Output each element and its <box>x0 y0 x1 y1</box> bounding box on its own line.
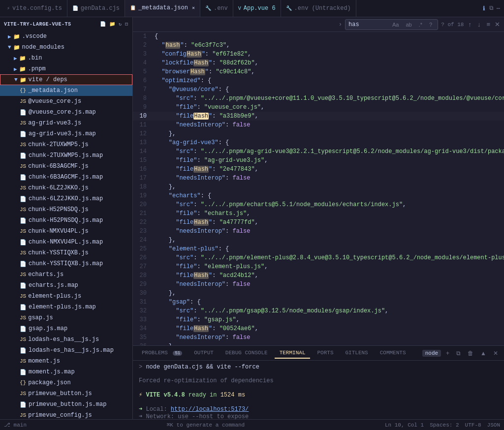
sidebar-item-primevue-btn-map[interactable]: 📄 primevue_button.js.map <box>0 399 132 410</box>
line-num-35: 35 <box>133 333 153 342</box>
tab-debug[interactable]: DEBUG CONSOLE <box>220 348 273 359</box>
sidebar-item-vscode[interactable]: ▶ 📁 .vscode <box>0 31 132 42</box>
code-line-13: 13 "ag-grid-vue3": { <box>133 138 504 147</box>
sidebar-item-vueuse-core-map[interactable]: 📄 @vueuse_core.js.map <box>0 107 132 118</box>
new-file-icon[interactable]: 📄 <box>100 21 106 27</box>
tab-gitlens[interactable]: GITLENS <box>341 348 373 359</box>
map-icon10: 📄 <box>20 304 27 310</box>
line-num-28: 28 <box>133 271 153 280</box>
tab-label-vite: vite.config.ts <box>12 5 62 12</box>
sidebar-item-gsap-map[interactable]: 📄 gsap.js.map <box>0 323 132 334</box>
sidebar-item-vueuse-core[interactable]: JS @vueuse_core.js <box>0 96 132 107</box>
collapse-icon[interactable]: ⊟ <box>125 21 128 27</box>
refresh-icon[interactable]: ↻ <box>119 21 122 27</box>
tab-vite-config[interactable]: ⚡ vite.config.ts <box>2 0 67 17</box>
sidebar-item-chunk-2tux[interactable]: JS chunk-2TUXWMP5.js <box>0 139 132 150</box>
sidebar-item-package-json[interactable]: {} package.json <box>0 377 132 388</box>
tab-env-untracked[interactable]: 🔧 .env (Untracked) <box>281 0 356 17</box>
line-num-3: 3 <box>133 50 153 59</box>
more-icon[interactable]: ⋯ <box>497 5 500 12</box>
node-label: node <box>422 350 441 357</box>
sidebar-item-lodash-has[interactable]: JS lodash-es_has__js.js <box>0 334 132 345</box>
sidebar-item-chunk-nmxv-map[interactable]: 📄 chunk-NMXVU4PL.js.map <box>0 237 132 247</box>
maximize-panel-btn[interactable]: ▲ <box>478 349 488 358</box>
sidebar-item-chunk-6lz2-map[interactable]: 📄 chunk-6LZ2JKKO.js.map <box>0 193 132 204</box>
tab-close-metadata[interactable]: ✕ <box>192 5 195 11</box>
terminal-line-vite: ⚡ VITE v5.4.8 ready in 1524 ms <box>139 391 498 399</box>
sidebar-item-chunk-ysst[interactable]: JS chunk-YSSTIQXB.js <box>0 247 132 258</box>
match-case-btn[interactable]: Aa <box>390 21 401 29</box>
search-options: Aa ab .* ? <box>390 21 435 29</box>
code-line-34: 34 "fileHash": "00524ae6", <box>133 324 504 333</box>
sidebar-item-vite-deps[interactable]: ▼ 📁 vite / deps <box>0 74 132 85</box>
split-terminal-btn[interactable]: ⧉ <box>454 349 463 358</box>
sidebar-item-element-plus-map[interactable]: 📄 element-plus.js.map <box>0 302 132 312</box>
sidebar-item-primevue-cfg[interactable]: JS primevue_config.js <box>0 410 132 419</box>
gsap-map-label: gsap.js.map <box>29 325 67 332</box>
sidebar-item-chunk-6b3a[interactable]: JS chunk-6B3AGCMF.js <box>0 161 132 172</box>
tab-metadata[interactable]: 📋 _metadata.json ✕ <box>125 0 200 17</box>
terminal-ms: 1524 ms <box>220 392 245 399</box>
search-next-btn[interactable]: ↓ <box>476 21 482 28</box>
line-num-27: 27 <box>133 262 153 271</box>
js-icon8: JS <box>20 250 26 256</box>
new-terminal-btn[interactable]: + <box>444 349 451 358</box>
sidebar-item-metadata-json[interactable]: {} _metadata.json <box>0 85 132 96</box>
sidebar-item-moment-map[interactable]: 📄 moment.js.map <box>0 367 132 377</box>
code-editor[interactable]: 1 { 2 "hash": "e6c3f7c3", 3 "configHash"… <box>133 32 504 345</box>
sidebar-item-primevue-btn[interactable]: JS primevue_button.js <box>0 388 132 399</box>
tab-problems[interactable]: PROBLEMS 51 <box>137 348 187 359</box>
line-content-29: "needsInterop": false <box>153 280 504 289</box>
line-content-16: "fileHash": "2e477843", <box>153 165 504 174</box>
tab-appvue[interactable]: V App.vue 6 <box>233 0 281 17</box>
search-prev-btn[interactable]: ↑ <box>467 21 473 28</box>
sidebar-item-bin[interactable]: ▶ 📁 .bin <box>0 53 132 63</box>
sidebar-item-lodash-has-map[interactable]: 📄 lodash-es_has__js.js.map <box>0 345 132 356</box>
sidebar-item-moment[interactable]: JS moment.js <box>0 356 132 367</box>
terminal-url[interactable]: http://localhost:5173/ <box>171 406 249 413</box>
code-line-1: 1 { <box>133 32 504 41</box>
new-folder-icon[interactable]: 📁 <box>109 21 116 27</box>
tab-comments[interactable]: COMMENTS <box>375 348 411 359</box>
sidebar-item-chunk-6lz2[interactable]: JS chunk-6LZ2JKKO.js <box>0 183 132 193</box>
search-more-btn[interactable]: ≡ <box>485 21 492 28</box>
search-scope-btn[interactable]: ? <box>427 21 435 29</box>
vitedeps-label: vite / deps <box>29 76 67 83</box>
status-bar: ⎇ main ⌘K to generate a command Ln 10, C… <box>0 419 504 430</box>
terminal-content[interactable]: > node genData.cjs && vite --force Force… <box>133 361 504 419</box>
sidebar-item-gsap[interactable]: JS gsap.js <box>0 312 132 323</box>
close-panel-btn[interactable]: ✕ <box>491 349 500 358</box>
sidebar-item-ag-grid-vue3[interactable]: JS ag-grid-vue3.js <box>0 118 132 128</box>
sidebar-item-echarts[interactable]: JS echarts.js <box>0 269 132 280</box>
sidebar-item-pnpm[interactable]: ▶ 📁 .pnpm <box>0 63 132 74</box>
sidebar-item-chunk-6b3a-map[interactable]: 📄 chunk-6B3AGCMF.js.map <box>0 172 132 183</box>
line-content-27: "file": "element-plus.js", <box>153 262 504 271</box>
sidebar-item-element-plus[interactable]: JS element-plus.js <box>0 291 132 302</box>
chunk-ysst-label: chunk-YSSTIQXB.js <box>28 249 88 256</box>
line-content-22: "fileHash": "a47777fd", <box>153 218 504 227</box>
problems-badge: 51 <box>173 351 182 356</box>
sidebar-item-chunk-h52p-map[interactable]: 📄 chunk-H52PNSDQ.js.map <box>0 215 132 226</box>
tab-gendata[interactable]: 📄 genData.cjs <box>67 0 125 17</box>
sidebar-item-chunk-2tux-map[interactable]: 📄 chunk-2TUXWMP5.js.map <box>0 150 132 161</box>
sidebar-item-chunk-ysst-map[interactable]: 📄 chunk-YSSTIQXB.js.map <box>0 258 132 269</box>
tab-label-env: .env <box>214 5 228 12</box>
line-num-13: 13 <box>133 138 153 147</box>
kill-terminal-btn[interactable]: 🗑 <box>466 349 475 358</box>
sidebar-item-chunk-h52p[interactable]: JS chunk-H52PNSDQ.js <box>0 204 132 215</box>
code-line-3: 3 "configHash": "ef671e82", <box>133 50 504 59</box>
sidebar-item-chunk-nmxv[interactable]: JS chunk-NMXVU4PL.js <box>0 226 132 237</box>
sidebar-item-ag-grid-map[interactable]: 📄 ag-grid-vue3.js.map <box>0 128 132 139</box>
tab-env[interactable]: 🔧 .env <box>200 0 233 17</box>
search-close-btn[interactable]: ✕ <box>495 21 500 28</box>
search-input[interactable] <box>348 21 388 28</box>
panel-tabs: PROBLEMS 51 OUTPUT DEBUG CONSOLE TERMINA… <box>133 346 504 361</box>
tab-output[interactable]: OUTPUT <box>189 348 219 359</box>
split-editor-icon[interactable]: ⧉ <box>489 5 494 12</box>
regex-btn[interactable]: .* <box>416 21 425 29</box>
sidebar-item-node-modules[interactable]: ▼ 📁 node_modules <box>0 42 132 53</box>
whole-word-btn[interactable]: ab <box>403 21 414 29</box>
tab-ports[interactable]: PORTS <box>312 348 338 359</box>
tab-terminal[interactable]: TERMINAL <box>275 348 311 359</box>
sidebar-item-echarts-map[interactable]: 📄 echarts.js.map <box>0 280 132 291</box>
